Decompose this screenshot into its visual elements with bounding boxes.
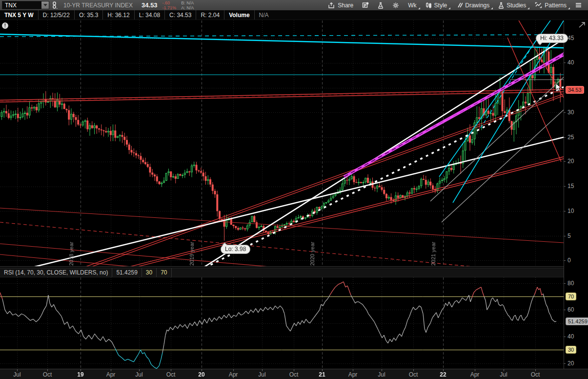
- time-tick-label: Apr: [348, 371, 358, 378]
- ohlc-segment: R: 2.04: [196, 10, 224, 20]
- share-button[interactable]: Share: [324, 0, 358, 10]
- trading-platform-window: { "toolbar": { "symbol": "TNX", "descrip…: [0, 0, 588, 379]
- studies-label: Studies: [507, 2, 526, 9]
- style-label: Style: [434, 2, 447, 9]
- symbol-description: 10-YR TREASURY INDEX: [63, 2, 133, 9]
- patterns-button[interactable]: Patterns: [530, 0, 571, 10]
- axis-tick-mark: [564, 161, 566, 162]
- year-watermark: 2021 year: [430, 242, 436, 266]
- last-price: 34.53: [142, 1, 158, 9]
- price-tick-label: 5: [568, 232, 571, 239]
- flask-icon: [498, 2, 504, 9]
- time-tick-mark: [202, 369, 202, 371]
- time-tick-label: Oct: [289, 371, 299, 378]
- time-tick-mark: [382, 369, 382, 371]
- alerts-button[interactable]: [358, 0, 373, 10]
- rsi-value: 51.4259: [112, 268, 142, 277]
- time-tick-label: Oct: [166, 371, 176, 378]
- flask-icon: [378, 2, 384, 9]
- bid-ask: B: N/AA: N/A: [181, 0, 194, 10]
- time-tick-mark: [535, 369, 536, 371]
- time-axis[interactable]: JulOct19AprJulOct20AprJulOct21AprJulOct2…: [0, 369, 588, 379]
- analyze-button[interactable]: [373, 0, 388, 10]
- rsi-value-badge: 51.4259: [566, 317, 588, 325]
- ohlc-segment: H: 36.12: [103, 10, 134, 20]
- price-tick-label: 10: [568, 208, 574, 214]
- ohlc-segment: N/A: [255, 10, 273, 20]
- ohlc-segment: L: 34.08: [135, 10, 165, 20]
- share-label: Share: [338, 2, 353, 9]
- patterns-label: Patterns: [545, 2, 567, 9]
- expand-chart-icon[interactable]: [578, 21, 586, 28]
- time-tick-label: 19: [77, 371, 83, 378]
- time-tick-mark: [353, 369, 353, 371]
- axis-tick-mark: [564, 310, 566, 310]
- time-tick-mark: [111, 369, 111, 371]
- main-chart-canvas[interactable]: [0, 21, 564, 369]
- ohlc-segment: C: 34.53: [165, 10, 196, 20]
- symbol-input[interactable]: TNX: [2, 1, 49, 9]
- time-tick-mark: [475, 369, 475, 371]
- style-icon: [426, 2, 432, 9]
- time-tick-label: 21: [319, 371, 325, 378]
- rsi-tick-label: 40: [568, 333, 574, 340]
- link-icon[interactable]: [49, 0, 60, 10]
- time-tick-mark: [233, 369, 234, 371]
- drawings-icon: [456, 2, 463, 8]
- menu-button[interactable]: [571, 0, 586, 10]
- style-button[interactable]: Style: [421, 0, 452, 10]
- axis-tick-mark: [564, 236, 566, 236]
- time-tick-label: Apr: [229, 371, 238, 378]
- rsi-tick-label: 80: [568, 280, 574, 287]
- time-tick-mark: [47, 369, 48, 371]
- time-tick-label: Oct: [409, 371, 418, 378]
- ohlc-segment: TNX 5 Y W: [0, 10, 39, 20]
- time-tick-label: 20: [198, 371, 204, 378]
- drawings-button[interactable]: Drawings: [451, 0, 494, 10]
- dropdown-corner-icon: [527, 7, 529, 9]
- patterns-icon: [535, 2, 542, 8]
- ohlc-info-bar: TNX 5 Y WD: 12/5/22O: 35.3H: 36.12L: 34.…: [0, 10, 588, 20]
- symbol-text: TNX: [5, 2, 17, 9]
- time-tick-mark: [262, 369, 263, 371]
- ohlc-segment: O: 35.3: [75, 10, 103, 20]
- axis-tick-mark: [564, 63, 566, 63]
- drawings-label: Drawings: [465, 2, 489, 9]
- time-tick-label: Oct: [531, 371, 540, 378]
- time-tick-label: Jul: [135, 371, 142, 378]
- time-tick-label: Oct: [43, 371, 52, 378]
- time-tick-mark: [139, 369, 140, 371]
- rsi-overbought-label: 70: [157, 268, 171, 277]
- ohlc-segment: Volume: [224, 10, 254, 20]
- time-tick-label: Apr: [106, 371, 116, 378]
- timeframe-button[interactable]: Wk: [404, 0, 421, 10]
- gear-icon: [392, 2, 399, 9]
- studies-button[interactable]: Studies: [494, 0, 530, 10]
- dropdown-corner-icon: [418, 7, 420, 9]
- symbol-dropdown-button[interactable]: [41, 1, 49, 9]
- high-tooltip: Hi: 43.33: [536, 34, 568, 43]
- axis-tick-mark: [564, 337, 566, 337]
- time-tick-label: Jul: [13, 371, 20, 378]
- price-axis[interactable]: 45403025201510508060402034.537051.425930: [564, 21, 588, 369]
- rsi-study-label[interactable]: RSI (14, 70, 30, CLOSE, WILDERS, no): [0, 268, 112, 277]
- timeframe-label: Wk: [408, 2, 416, 9]
- axis-tick-mark: [564, 260, 566, 261]
- price-tick-label: 30: [568, 109, 574, 116]
- time-tick-mark: [443, 369, 444, 371]
- low-tooltip: Lo: 3.98: [221, 245, 250, 254]
- time-tick-mark: [413, 369, 414, 371]
- year-watermark: 2020 year: [309, 242, 315, 266]
- time-tick-mark: [504, 369, 504, 371]
- dropdown-corner-icon: [568, 7, 570, 9]
- settings-button[interactable]: [388, 0, 404, 10]
- time-tick-mark: [322, 369, 323, 371]
- share-icon: [328, 2, 335, 8]
- time-tick-label: Jul: [378, 371, 385, 378]
- year-watermark: 2019 year: [189, 242, 195, 266]
- time-tick-mark: [171, 369, 171, 371]
- chevron-down-icon: [43, 4, 47, 6]
- axis-tick-mark: [564, 211, 566, 211]
- ohlc-segment: D: 12/5/22: [39, 10, 75, 20]
- alert-icon[interactable]: !: [2, 22, 8, 29]
